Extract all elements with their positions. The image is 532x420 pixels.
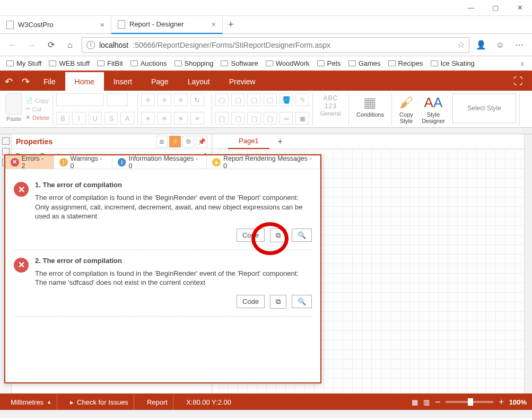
border-color-button[interactable]: ✎ [295,93,309,106]
window-minimize-button[interactable]: — [459,0,483,15]
border-bottom-button[interactable]: ▢ [264,112,277,125]
window-maximize-button[interactable]: ▢ [483,0,508,15]
style-designer-button[interactable]: AA Style Designer [417,93,449,125]
error-copy-button[interactable]: ⧉ [270,229,286,242]
conditions-button[interactable]: ▦ Conditions [352,93,388,119]
bottom-horizontal-scrollbar[interactable] [0,410,532,418]
ribbon-tab-preview[interactable]: Preview [220,72,265,91]
bookmarks-overflow-button[interactable]: › [521,59,526,68]
align-middle-button[interactable]: ≡ [158,93,171,106]
ribbon-tab-page[interactable]: Page [142,72,178,91]
delete-button[interactable]: ✕ Delete [25,114,49,121]
copy-style-button[interactable]: 🖌 Copy Style [395,93,417,125]
border-none-button[interactable]: ▢ [231,93,245,106]
properties-events-button[interactable]: ⚡ [169,136,181,147]
zoom-slider-thumb[interactable] [468,398,473,406]
properties-pin-button[interactable]: 📌 [196,136,207,147]
bookmark-item[interactable]: Ice Skating [431,59,475,67]
bookmark-item[interactable]: Auctions [130,59,167,67]
nav-refresh-button[interactable]: ⟳ [43,38,58,52]
profile-icon[interactable]: 👤 [474,38,489,52]
ribbon-tab-layout[interactable]: Layout [178,72,220,91]
border-all-button[interactable]: ▢ [215,93,229,106]
number-format-button[interactable]: ABC 123 General [316,93,345,118]
zoom-out-button[interactable]: − [435,397,441,408]
font-family-dropdown[interactable] [56,93,104,106]
rotate-button[interactable]: ↻ [190,93,204,106]
copy-button[interactable]: 📄 Copy [25,97,49,104]
nav-home-button[interactable]: ⌂ [63,38,77,52]
fullscreen-button[interactable]: ⛶ [510,76,527,87]
window-close-button[interactable]: ✕ [508,0,532,15]
render-messages-tab[interactable]: ● Report Rendering Messages - 0 [207,155,320,169]
bookmark-item[interactable]: WoodWork [266,59,310,67]
warnings-tab[interactable]: ! Warnings - 0 [54,155,112,169]
align-top-button[interactable]: ≡ [141,93,155,106]
page-tab[interactable]: Page1 [228,134,269,149]
border-outer-button[interactable]: ▢ [215,112,229,125]
error-code-button[interactable]: Code [237,229,265,242]
bookmark-item[interactable]: Software [221,59,258,67]
bookmark-item[interactable]: Games [348,59,381,67]
align-center-button[interactable]: ≡ [158,112,171,125]
feedback-icon[interactable]: ☺ [493,38,508,52]
bookmark-star-icon[interactable]: ☆ [457,40,465,50]
errors-tab[interactable]: ✕ Errors - 2 [5,155,54,169]
error-search-button[interactable]: 🔍 [292,295,312,308]
bookmark-item[interactable]: Recipes [388,59,423,67]
bookmark-item[interactable]: Pets [317,59,341,67]
view-mode-a-button[interactable]: ▦ [412,398,418,406]
add-page-button[interactable]: + [269,137,291,146]
align-justify-button[interactable]: ≡ [190,112,204,125]
zoom-slider[interactable] [446,401,493,403]
fill-color-button[interactable]: 🪣 [280,93,293,106]
border-style-button[interactable]: ═ [280,112,293,125]
strikethrough-button[interactable]: S [104,112,118,125]
error-code-button[interactable]: Code [237,295,265,308]
units-selector[interactable]: Millimetres ▲ [5,394,57,410]
check-for-issues-button[interactable]: ▸ Check for Issues [65,394,134,410]
nav-back-button[interactable]: ← [5,38,20,52]
browser-tab[interactable]: Report - Designer × [111,16,223,34]
zoom-in-button[interactable]: + [499,397,503,407]
redo-button[interactable]: ↷ [17,72,34,91]
font-color-button[interactable]: A [120,112,134,125]
border-left-button[interactable]: ▢ [247,93,260,106]
ribbon-tab-insert[interactable]: Insert [104,72,142,91]
align-bottom-button[interactable]: ≡ [174,93,188,106]
error-search-button[interactable]: 🔍 [292,229,312,242]
properties-settings-button[interactable]: ⚙ [182,136,194,147]
tab-close-icon[interactable]: × [212,20,216,29]
undo-button[interactable]: ↶ [0,72,17,91]
underline-button[interactable]: U [89,112,102,125]
toolbar-scrollbar[interactable] [0,128,532,134]
bold-button[interactable]: B [56,112,69,125]
error-copy-button[interactable]: ⧉ [270,295,286,309]
italic-button[interactable]: I [72,112,85,125]
border-inner-button[interactable]: ▢ [231,112,245,125]
font-size-dropdown[interactable] [107,93,128,106]
select-style-dropdown[interactable]: Select Style [452,93,516,123]
design-vertical-scrollbar[interactable] [524,134,532,393]
bookmark-item[interactable]: My Stuff [6,59,41,67]
site-info-icon[interactable]: i [86,41,95,49]
new-tab-button[interactable]: + [223,19,239,30]
tool-icon[interactable] [2,137,10,145]
ribbon-tab-home[interactable]: Home [65,72,104,91]
bookmark-item[interactable]: WEB stuff [49,59,90,67]
shadow-button[interactable]: ◼ [295,112,309,125]
cut-button[interactable]: ✂ Cut [25,106,49,112]
info-messages-tab[interactable]: i Information Messages - 0 [112,155,207,169]
bookmark-item[interactable]: FitBit [97,59,123,67]
border-right-button[interactable]: ▢ [247,112,260,125]
browser-tab[interactable]: W3CostPro × [0,16,111,34]
more-menu-button[interactable]: ⋯ [512,38,527,52]
align-left-button[interactable]: ≡ [141,112,155,125]
ribbon-tab-file[interactable]: File [34,72,65,91]
nav-forward-button[interactable]: → [24,38,39,52]
border-top-button[interactable]: ▢ [264,93,277,106]
tab-close-icon[interactable]: × [100,21,104,29]
paste-icon[interactable] [5,93,22,115]
address-bar[interactable]: i localhost:50666/ReportDesigner/Forms/S… [82,37,469,53]
properties-view-list-button[interactable]: ≣ [156,136,168,147]
